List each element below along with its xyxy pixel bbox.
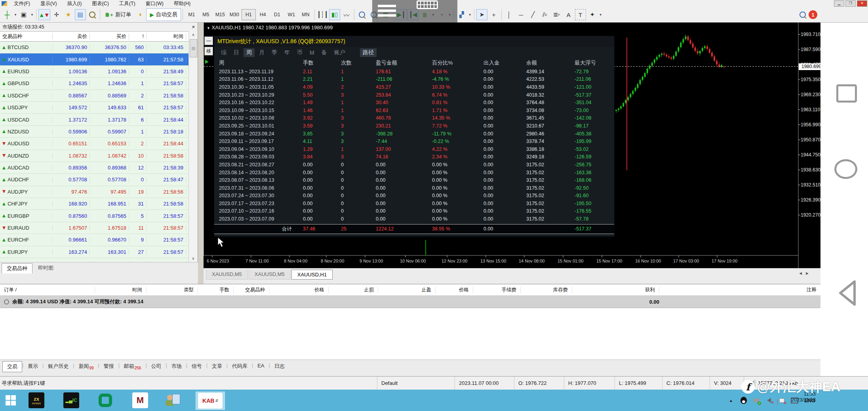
stats-row[interactable]: 2023.11.06 ~ 2023.11.122.211-211.06-4.76… bbox=[214, 76, 614, 84]
tabs-scroll-right-icon[interactable]: ► bbox=[805, 271, 809, 276]
chart-tab-1[interactable]: XAUUSD,M5 bbox=[249, 270, 291, 280]
market-watch-scrollbar[interactable]: ∧ ∨ bbox=[188, 31, 198, 262]
channel-tool-icon[interactable]: ⫽E bbox=[539, 9, 550, 20]
timeframe-m30[interactable]: M30 bbox=[227, 9, 242, 20]
scroll-down-icon[interactable]: ∨ bbox=[189, 255, 198, 262]
data-window-icon[interactable]: ✛ bbox=[51, 9, 62, 20]
qq-icon[interactable] bbox=[740, 396, 748, 404]
indicators-icon[interactable]: ▞ bbox=[456, 9, 467, 20]
bar-chart-type-icon[interactable]: ┃┆┃ bbox=[317, 9, 328, 20]
menu-item-0[interactable]: 文件(F) bbox=[9, 0, 35, 7]
timeframe-m5[interactable]: M5 bbox=[199, 9, 213, 20]
stats-row[interactable]: 2023.09.11 ~ 2023.09.174.113-7.44-0.22 %… bbox=[214, 137, 614, 145]
market-watch-row-audjpy[interactable]: AUDJPY97.47697.4951921:58:56 bbox=[0, 186, 198, 198]
chart-tab-2[interactable]: XAUUSD,H1 bbox=[291, 270, 333, 280]
text-tool-icon[interactable]: A bbox=[563, 9, 574, 20]
menu-item-5[interactable]: 窗口(W) bbox=[141, 0, 169, 7]
terminal-tab-10[interactable]: 代码库 bbox=[228, 361, 252, 371]
terminal-tab-3[interactable]: 新闻99 bbox=[74, 361, 98, 372]
taskbar-app-m[interactable]: M bbox=[131, 392, 150, 409]
minimize-button[interactable]: ▁ bbox=[834, 0, 844, 7]
timeframe-mn[interactable]: MN bbox=[299, 9, 313, 20]
terminal-tab-9[interactable]: 文章 bbox=[207, 361, 227, 371]
terminal-col-8[interactable]: 价格 bbox=[436, 287, 473, 293]
terminal-col-12[interactable]: 注释 bbox=[659, 287, 820, 293]
terminal-tab-4[interactable]: 警报 bbox=[99, 361, 118, 371]
taskbar-app-kab[interactable]: KAB⇵ bbox=[196, 392, 225, 410]
stats-row[interactable]: 2023.10.30 ~ 2023.11.054.092415.2710.33 … bbox=[214, 83, 614, 91]
zoom-in-icon[interactable] bbox=[356, 9, 367, 20]
menu-item-2[interactable]: 插入(I) bbox=[62, 0, 87, 7]
stats-nav-4[interactable]: 季 bbox=[269, 48, 280, 57]
menu-item-6[interactable]: 帮助(H) bbox=[169, 0, 196, 7]
mw-col-2[interactable]: 买价 bbox=[90, 33, 129, 40]
stats-move-button[interactable]: 移 bbox=[204, 47, 213, 55]
android-back-icon[interactable] bbox=[836, 279, 863, 307]
start-button[interactable] bbox=[6, 395, 16, 405]
stats-nav-10[interactable]: 路径 bbox=[360, 48, 377, 57]
vertical-line-tool-icon[interactable]: │ bbox=[504, 9, 515, 20]
stats-row[interactable]: 2023.10.09 ~ 2023.10.151.46162.631.71 %0… bbox=[214, 107, 614, 114]
panel-splitter[interactable] bbox=[198, 23, 204, 284]
menu-item-1[interactable]: 显示(V) bbox=[35, 0, 62, 7]
strategy-tester-icon[interactable] bbox=[87, 9, 98, 20]
stats-nav-5[interactable]: 年 bbox=[282, 48, 293, 57]
taskbar-app-green-ring[interactable] bbox=[96, 392, 115, 409]
terminal-tab-6[interactable]: 公司 bbox=[147, 361, 166, 371]
stats-nav-8[interactable]: 备 bbox=[319, 48, 330, 57]
market-watch-toggle-icon[interactable]: ▲▼ bbox=[38, 9, 50, 20]
timeframe-d1[interactable]: D1 bbox=[270, 9, 284, 20]
market-watch-row-audusd[interactable]: AUDUSD0.651510.65153221:58:44 bbox=[0, 138, 198, 150]
stats-row[interactable]: 2023.08.28 ~ 2023.09.033.84374.162.34 %0… bbox=[214, 153, 614, 161]
restore-button[interactable]: ❐ bbox=[845, 0, 856, 7]
fibonacci-tool-icon[interactable]: ≣F bbox=[551, 9, 562, 20]
stats-row[interactable]: 2023.11.13 ~ 2023.11.192.111176.614.18 %… bbox=[214, 68, 614, 76]
terminal-tab-12[interactable]: 日志 bbox=[270, 361, 289, 371]
terminal-col-2[interactable]: 类型 bbox=[147, 287, 198, 293]
market-watch-row-audnzd[interactable]: AUDNZD1.087321.087421021:58:58 bbox=[0, 150, 198, 162]
stats-row[interactable]: 2023.07.03 ~ 2023.07.090.0000.000.00 %0.… bbox=[214, 215, 614, 223]
stats-row[interactable]: 2023.09.18 ~ 2023.09.243.853-398.28-11.7… bbox=[214, 130, 614, 138]
mw-col-4[interactable]: 时间 bbox=[147, 33, 186, 40]
timeframe-m15[interactable]: M15 bbox=[213, 9, 227, 20]
terminal-tab-11[interactable]: EA bbox=[253, 361, 268, 370]
flag-alert-icon[interactable]: ✕ bbox=[778, 396, 786, 404]
status-profile[interactable]: Default bbox=[377, 377, 459, 390]
trendline-tool-icon[interactable]: ╱ bbox=[527, 9, 539, 20]
market-watch-row-usdjpy[interactable]: USDJPY149.572149.6336121:58:57 bbox=[0, 102, 198, 114]
tabs-scroll-left-icon[interactable]: ◄ bbox=[798, 271, 803, 276]
terminal-col-1[interactable]: 时间 bbox=[95, 287, 147, 293]
cursor-tool-icon[interactable]: ➤ bbox=[476, 9, 487, 20]
new-chart-icon[interactable]: ┼ bbox=[2, 9, 13, 20]
stats-row[interactable]: 2023.09.25 ~ 2023.10.013.593230.217.72 %… bbox=[214, 122, 614, 130]
market-watch-row-usdchf[interactable]: USDCHF0.885670.88569221:58:58 bbox=[0, 90, 198, 102]
terminal-col-5[interactable]: 价格 bbox=[269, 287, 329, 293]
terminal-col-4[interactable]: 交易品种 bbox=[234, 287, 269, 293]
market-watch-row-eurjpy[interactable]: EURJPY163.274163.3012721:58:57 bbox=[0, 246, 198, 258]
market-watch-row-eurgbp[interactable]: EURGBP0.875600.87565521:58:57 bbox=[0, 210, 198, 222]
volume-muted-icon[interactable]: ✕ bbox=[765, 396, 773, 404]
market-watch-row-audcad[interactable]: AUDCAD0.893560.893681221:58:39 bbox=[0, 162, 198, 174]
stats-row[interactable]: 2023.08.14 ~ 2023.08.200.0000.000.00 %0.… bbox=[214, 169, 614, 177]
market-watch-row-usdcad[interactable]: USDCAD1.371721.37178621:58:44 bbox=[0, 114, 198, 126]
crosshair-tool-icon[interactable]: ＋ bbox=[488, 9, 499, 20]
timeframe-w1[interactable]: W1 bbox=[284, 9, 299, 20]
terminal-col-9[interactable]: 手续费 bbox=[473, 287, 521, 293]
market-watch-row-eurusd[interactable]: EURUSD1.091361.09136021:58:49 bbox=[0, 66, 198, 78]
android-recents-button[interactable] bbox=[836, 84, 857, 103]
terminal-col-10[interactable]: 库存费 bbox=[521, 287, 572, 293]
horizontal-line-tool-icon[interactable]: ─ bbox=[516, 9, 527, 20]
market-watch-row-nzdusd[interactable]: NZDUSD0.599060.59907121:58:18 bbox=[0, 126, 198, 138]
stats-row[interactable]: 2023.10.23 ~ 2023.10.295.503253.846.74 %… bbox=[214, 91, 614, 99]
scrollbar-thumb[interactable] bbox=[190, 39, 197, 57]
candle-chart-type-icon[interactable]: ▮▯ bbox=[329, 9, 340, 20]
stats-nav-1[interactable]: 日 bbox=[231, 48, 242, 57]
market-watch-row-gbpusd[interactable]: GBPUSD1.246351.24636121:58:57 bbox=[0, 78, 198, 89]
stats-nav-6[interactable]: 币 bbox=[294, 48, 305, 57]
market-watch-row-btcusd[interactable]: BTCUSD36370.9036376.5056003:33:45 bbox=[0, 42, 198, 53]
scroll-up-icon[interactable]: ∧ bbox=[189, 31, 198, 38]
terminal-tab-8[interactable]: 信号 bbox=[187, 361, 206, 371]
chart-tab-0[interactable]: XAUUSD,M5 bbox=[206, 270, 248, 280]
new-order-button[interactable]: 🗎+ 新订单 bbox=[102, 9, 135, 21]
market-watch-row-chfjpy[interactable]: CHFJPY168.920168.9513121:58:58 bbox=[0, 198, 198, 210]
